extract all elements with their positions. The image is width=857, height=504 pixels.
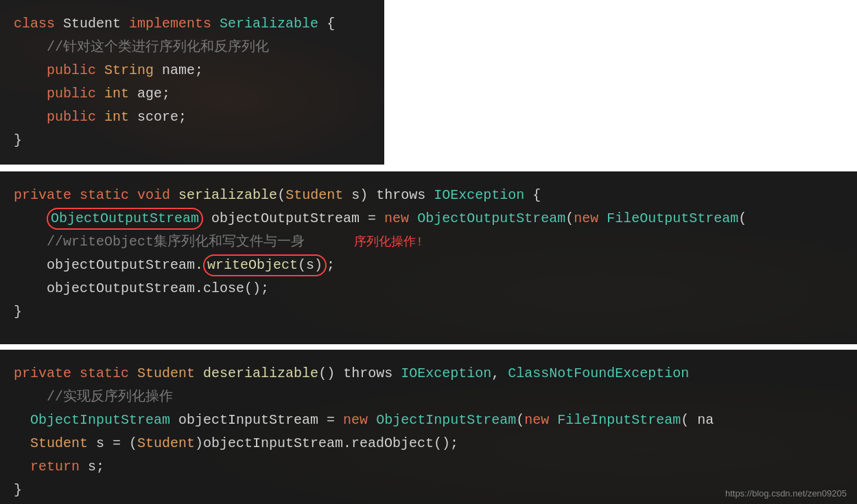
code-line: ObjectInputStream objectInputStream = ne… xyxy=(14,409,843,432)
code-line: return s; xyxy=(14,455,843,479)
code-line: public int score; xyxy=(14,106,371,129)
watermark: https://blog.csdn.net/zen09205 xyxy=(725,488,847,499)
code-line: ObjectOutputStream objectOutputStream = … xyxy=(14,207,843,230)
code-line: objectOutputStream.close(); xyxy=(14,277,843,300)
code-line: //实现反序列化操作 xyxy=(14,385,843,409)
code-line: //针对这个类进行序列化和反序列化 xyxy=(14,36,371,59)
code-line: Student s = (Student)objectInputStream.r… xyxy=(14,432,843,455)
code-line: private static void serializable(Student… xyxy=(14,184,843,207)
code-line: class Student implements Serializable { xyxy=(14,12,371,36)
annotation-text: 序列化操作! xyxy=(354,235,423,249)
code-line: //writeObject集序列化和写文件与一身 序列化操作! xyxy=(14,230,843,254)
code-line: public int age; xyxy=(14,82,371,106)
code-line: private static Student deserializable() … xyxy=(14,362,843,385)
code-block-3: private static Student deserializable() … xyxy=(0,350,857,504)
code-block-2: private static void serializable(Student… xyxy=(0,171,857,344)
code-line: } xyxy=(14,129,371,152)
code-line: objectOutputStream.writeObject(s); xyxy=(14,254,843,277)
code-line: } xyxy=(14,300,843,324)
code-block-1: class Student implements Serializable { … xyxy=(0,0,384,165)
code-line: } xyxy=(14,479,843,502)
code-line: public String name; xyxy=(14,59,371,82)
